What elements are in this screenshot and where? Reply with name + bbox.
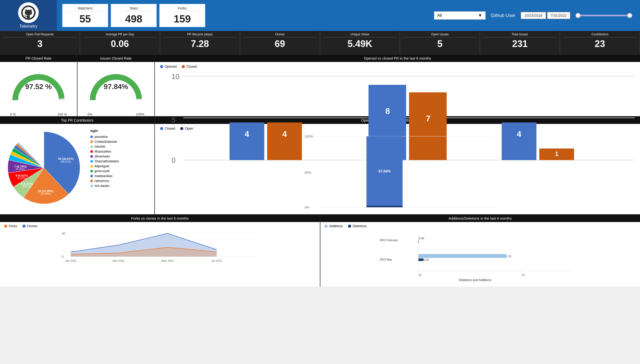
date-range: 10/23/2018 7/31/2022	[521, 12, 570, 19]
pie-legend-item: miloshb	[90, 145, 119, 148]
header: Telemetry Watchers 55 Stars 498 Forks 15…	[0, 0, 640, 31]
issues-bar-svg: 100% 50% 0% 97.84% 2022 July	[160, 132, 635, 210]
github-logo	[18, 2, 39, 23]
metric-cell: Average PR per Day0.06	[80, 31, 160, 54]
deletions-legend-item: Deletions	[348, 224, 367, 228]
svg-text:(6.61%): (6.61%)	[22, 185, 31, 188]
pie-legend-dot	[90, 165, 93, 168]
watchers-box: Watchers 55	[62, 4, 108, 27]
svg-text:1K: 1K	[522, 273, 525, 276]
opened-dot	[160, 65, 163, 68]
pie-legend-name: rjfmachado	[94, 155, 110, 158]
legend-opened: Opened	[160, 65, 177, 68]
closed-label: Closed	[186, 65, 197, 68]
svg-text:0: 0	[62, 255, 64, 259]
slider-track[interactable]	[575, 15, 632, 16]
deletions-label: Deletions	[353, 224, 367, 228]
pie-legend-name: jpmicrosoft	[94, 169, 109, 173]
svg-rect-55	[418, 254, 506, 258]
forks-clones-legend: Forks Clones	[4, 224, 316, 228]
stars-box: Stars 498	[110, 4, 157, 27]
svg-text:50%: 50%	[305, 171, 311, 175]
metric-label: Contributors	[562, 33, 638, 37]
pie-legend-item: rathishrms	[90, 179, 119, 183]
date-end[interactable]: 7/31/2022	[547, 12, 570, 19]
pie-legend-dot	[90, 175, 93, 177]
forks-label: Forks	[9, 224, 17, 228]
pie-legend-name: rathishrms	[94, 179, 109, 183]
opened-vs-closed-pr-title: Opened vs closed PR in the last 6 months	[155, 55, 640, 62]
slider-thumb-right[interactable]	[627, 13, 632, 18]
pie-legend-name: rich-davies	[94, 184, 109, 188]
pr-gauge-value: 97.52 %	[25, 83, 52, 91]
pie-legend-name: josunefon	[94, 135, 108, 139]
pie-legend-name: ShachafGoldstein	[94, 160, 119, 163]
metric-label: Total Issues	[482, 33, 558, 37]
area-chart-svg: 50 0 Jan 2022 Mar 2022 May 2	[4, 230, 316, 281]
pie-legend-dot	[90, 145, 93, 148]
svg-text:Jan 2022: Jan 2022	[65, 259, 77, 262]
charts-row3: Forks vs clones in the last 6 months For…	[0, 214, 640, 287]
pr-bar-legend: Opened Closed	[160, 65, 635, 68]
svg-text:5: 5	[172, 116, 176, 124]
svg-text:2022 May: 2022 May	[380, 258, 392, 261]
top-pr-contributors-title: Top PR Contributors	[0, 117, 154, 124]
stars-label: Stars	[116, 6, 151, 12]
pie-legend-dot	[90, 185, 93, 187]
pie-legend-name: matebarabas	[94, 174, 113, 178]
svg-text:Jul 2022: Jul 2022	[211, 259, 222, 262]
additions-deletions-title: Additions/Deletions in the last 6 months	[320, 215, 640, 222]
github-user-label: Github User	[491, 13, 516, 18]
slider-thumb-left[interactable]	[575, 13, 581, 18]
pie-legend-name: Msanzdelrio	[94, 150, 111, 153]
metric-cell: Total Issues231	[480, 31, 560, 54]
pie-legend-dot	[90, 155, 93, 158]
charts-row1: PR Closed Rate 97.52 % 0 % 100 % Issues …	[0, 54, 640, 116]
issues-content: Closed Open 100% 50% 0%	[155, 124, 640, 214]
metric-cell: Open Issues5	[400, 31, 480, 54]
metric-cell: Open Pull Requests3	[0, 31, 80, 54]
svg-text:(5.79%): (5.79%)	[16, 168, 25, 171]
svg-text:100%: 100%	[305, 134, 313, 138]
pie-legend-item: CristianEdwards	[90, 140, 119, 144]
svg-text:Deletions and Additions: Deletions and Additions	[459, 278, 491, 281]
area-chart-svg-container: 50 0 Jan 2022 Mar 2022 May 2	[4, 230, 316, 282]
pie-legend-item: matebarabas	[90, 174, 119, 178]
svg-text:2022 July: 2022 July	[378, 210, 391, 210]
pie-svg: 46 (38.02%)(38.02%)26 (21.49%)(21.49%)8 …	[3, 126, 85, 209]
top-pr-contributors-panel: Top PR Contributors 46 (38.02%)(38.02%)2…	[0, 117, 155, 214]
chevron-down-icon[interactable]: ▼	[478, 13, 482, 18]
svg-text:May 2022: May 2022	[161, 259, 174, 262]
svg-text:(21.49%): (21.49%)	[41, 192, 51, 195]
metric-value: 5	[402, 38, 478, 49]
svg-text:0K: 0K	[418, 273, 422, 276]
svg-text:0.1K: 0.1K	[424, 258, 429, 261]
svg-text:Mar 2022: Mar 2022	[113, 259, 124, 262]
pie-legend-dot	[90, 140, 93, 143]
pie-legend-item: jpmicrosoft	[90, 169, 119, 173]
pie-content: 46 (38.02%)(38.02%)26 (21.49%)(21.49%)8 …	[0, 124, 154, 214]
watchers-label: Watchers	[68, 6, 103, 12]
svg-rect-35	[367, 206, 403, 207]
opened-vs-closed-pr-panel: Opened vs closed PR in the last 6 months…	[155, 55, 640, 116]
pie-legend-dot	[90, 150, 93, 153]
clones-legend-item: Clones	[22, 224, 37, 228]
additions-bar-svg: 2022 February 2022 May 0K 1K Deletions a…	[325, 230, 636, 281]
date-start[interactable]: 10/23/2018	[521, 12, 546, 19]
date-slider[interactable]	[575, 15, 632, 16]
metric-cell: Contributors23	[560, 31, 640, 54]
svg-text:8: 8	[385, 107, 390, 116]
metric-label: Open Pull Requests	[2, 33, 78, 37]
pie-legend-dot	[90, 160, 93, 163]
clones-dot	[22, 225, 26, 228]
metric-value: 231	[482, 38, 558, 49]
metrics-row: Open Pull Requests3Average PR per Day0.0…	[0, 31, 640, 54]
issues-closed-rate-title: Issues Closed Rate	[77, 55, 154, 62]
filter-dropdown[interactable]: All ▼	[434, 11, 486, 20]
additions-label: Additions	[329, 224, 343, 228]
pie-legend-item: felipmiguel	[90, 164, 119, 168]
metric-label: PR lifecycle (days)	[162, 33, 238, 37]
legend-closed: Closed	[182, 65, 197, 68]
metric-label: Clones	[242, 33, 318, 37]
svg-text:(6.61%): (6.61%)	[17, 177, 26, 180]
